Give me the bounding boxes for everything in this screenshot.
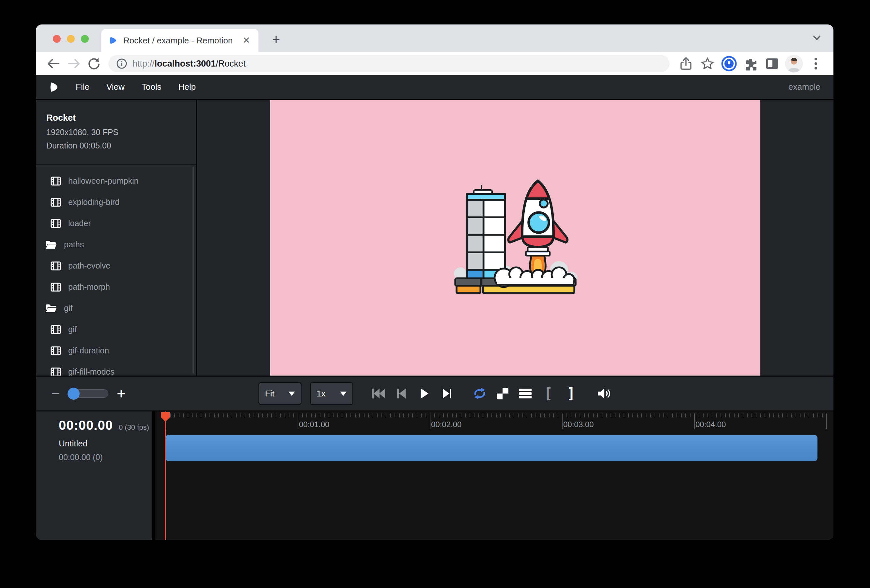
sidebar-scrollbar[interactable] xyxy=(192,167,194,374)
onepassword-extension-button[interactable] xyxy=(721,55,737,72)
ruler-tick xyxy=(258,414,259,417)
ruler-tick xyxy=(668,414,668,417)
side-panel-button[interactable] xyxy=(764,55,781,72)
app-menubar: File View Tools Help example xyxy=(36,75,833,100)
ruler-tick xyxy=(210,414,210,417)
ruler-tick xyxy=(307,414,307,417)
ruler-tick xyxy=(408,414,408,417)
avatar-image xyxy=(785,55,803,73)
composition-item[interactable]: gif-duration xyxy=(36,340,196,361)
mute-button[interactable] xyxy=(597,386,611,401)
ruler-tick xyxy=(298,414,298,429)
composition-item[interactable]: gif xyxy=(36,319,196,340)
ruler-tick xyxy=(487,414,488,417)
previous-frame-icon xyxy=(396,388,406,399)
menu-view[interactable]: View xyxy=(106,82,125,92)
playhead-line[interactable] xyxy=(165,411,166,540)
ruler-tick xyxy=(346,414,347,417)
reload-icon xyxy=(88,57,100,70)
jump-to-end-button[interactable] xyxy=(440,386,454,401)
zoom-slider[interactable] xyxy=(69,389,108,398)
ruler-tick xyxy=(496,414,497,417)
menu-file[interactable]: File xyxy=(76,82,89,92)
ruler-tick xyxy=(632,414,633,417)
ruler-tick xyxy=(509,414,510,417)
ruler-tick xyxy=(690,414,691,417)
transparency-toggle-button[interactable] xyxy=(495,386,510,401)
back-button[interactable] xyxy=(45,55,62,72)
zoom-in-button[interactable]: + xyxy=(117,385,126,402)
ruler-tick xyxy=(782,414,783,417)
url-bar[interactable]: http://localhost:3001/Rocket xyxy=(108,55,670,72)
composition-item[interactable]: path-morph xyxy=(36,276,196,298)
timeline-track-area[interactable]: 00:01.00 00:02.00 00:03.00 00:04.00 xyxy=(155,411,833,540)
composition-item[interactable]: path-evolve xyxy=(36,255,196,276)
info-icon[interactable] xyxy=(116,58,127,69)
ruler-tick xyxy=(236,414,237,417)
bookmark-button[interactable] xyxy=(699,55,716,72)
checkerboard-icon xyxy=(496,387,509,400)
forward-button[interactable] xyxy=(65,55,82,72)
tab-search-chevron-icon[interactable] xyxy=(811,34,822,42)
reload-button[interactable] xyxy=(85,55,103,72)
composition-item[interactable]: exploding-bird xyxy=(36,192,196,213)
fullscreen-window-button[interactable] xyxy=(81,35,89,43)
ruler-tick xyxy=(800,414,800,417)
browser-tab[interactable]: Rocket / example - Remotion P ✕ xyxy=(101,29,258,52)
onepassword-icon xyxy=(721,56,737,71)
size-select[interactable]: Fit xyxy=(258,382,301,405)
timeline-zoom-controls: − + xyxy=(52,385,126,402)
film-icon xyxy=(51,261,61,271)
timeline-sequence-bar[interactable] xyxy=(165,435,818,461)
set-in-point-button[interactable]: [ xyxy=(541,386,556,401)
composition-item[interactable]: halloween-pumpkin xyxy=(36,170,196,192)
ruler-tick xyxy=(447,414,448,417)
jump-to-start-button[interactable] xyxy=(371,386,386,401)
ruler-tick xyxy=(421,414,422,417)
avatar[interactable] xyxy=(785,55,803,73)
speed-select[interactable]: 1x xyxy=(310,382,353,405)
ruler-tick xyxy=(280,414,281,417)
in-bracket-icon: [ xyxy=(544,386,553,401)
current-frame-info: 0 (30 fps) xyxy=(119,423,149,432)
ruler-tick xyxy=(752,414,752,417)
playhead-handle[interactable] xyxy=(161,412,170,422)
play-button[interactable] xyxy=(417,386,431,401)
ruler-tick xyxy=(205,414,206,417)
menu-tools[interactable]: Tools xyxy=(142,82,162,92)
ruler-tick xyxy=(694,414,695,429)
remotion-logo-icon[interactable] xyxy=(49,82,59,93)
ruler-tick xyxy=(760,414,761,417)
loop-toggle-button[interactable] xyxy=(472,386,487,401)
ruler-tick xyxy=(342,414,342,417)
new-tab-button[interactable]: + xyxy=(268,32,285,49)
zoom-slider-knob[interactable] xyxy=(67,388,80,400)
ruler-tick xyxy=(315,414,316,417)
minimize-window-button[interactable] xyxy=(67,35,75,43)
zoom-out-button[interactable]: − xyxy=(52,386,60,402)
share-button[interactable] xyxy=(678,55,694,72)
ruler-tick xyxy=(293,414,294,417)
ruler-tick xyxy=(685,414,686,417)
timeline-rows-button[interactable] xyxy=(518,386,533,401)
ruler-tick xyxy=(580,414,580,417)
folder-item[interactable]: gif xyxy=(36,298,196,319)
extensions-button[interactable] xyxy=(742,55,759,72)
film-icon xyxy=(51,346,61,355)
tab-close-icon[interactable]: ✕ xyxy=(241,36,251,45)
composition-item[interactable]: loader xyxy=(36,213,196,234)
loop-icon xyxy=(472,387,487,400)
previous-frame-button[interactable] xyxy=(394,386,408,401)
ruler-tick xyxy=(562,414,563,429)
menu-help[interactable]: Help xyxy=(179,82,196,92)
ruler-tick xyxy=(276,414,276,417)
folder-item[interactable]: paths xyxy=(36,234,196,255)
ruler-tick xyxy=(439,414,439,417)
composition-item[interactable]: gif-fill-modes xyxy=(36,361,196,375)
composition-label: loader xyxy=(68,219,91,228)
ruler-tick xyxy=(588,414,589,417)
ruler-tick xyxy=(492,414,492,417)
browser-menu-button[interactable] xyxy=(807,55,824,72)
set-out-point-button[interactable]: ] xyxy=(564,386,578,401)
close-window-button[interactable] xyxy=(53,35,61,43)
